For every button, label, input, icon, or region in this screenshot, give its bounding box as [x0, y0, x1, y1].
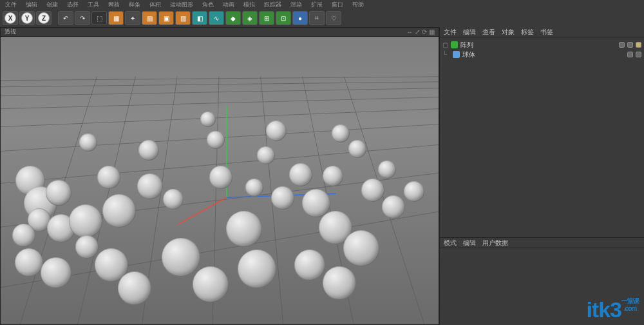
viewport-3d[interactable]	[1, 37, 439, 324]
menu-item[interactable]: 体积	[149, 1, 161, 9]
sphere-instance[interactable]	[323, 266, 356, 300]
viewport-nav-icon[interactable]: ▦	[429, 28, 435, 35]
sphere-instance[interactable]	[348, 140, 366, 158]
menu-item[interactable]: 动画	[223, 1, 234, 9]
sphere-instance[interactable]	[118, 271, 151, 305]
tree-row[interactable]: ▢阵列	[442, 40, 641, 50]
sphere-instance[interactable]	[294, 250, 325, 281]
sphere-instance[interactable]	[266, 121, 287, 141]
tag-icon[interactable]: ⌗	[309, 11, 325, 25]
sphere-instance[interactable]	[193, 266, 229, 302]
sphere-instance[interactable]	[323, 166, 343, 186]
panel-tab[interactable]: 文件	[444, 28, 457, 37]
sphere-instance[interactable]	[289, 163, 312, 186]
panel-tab[interactable]: 编辑	[463, 28, 476, 37]
panel-tab[interactable]: 对象	[502, 28, 515, 37]
redo-icon[interactable]: ↷	[75, 11, 90, 25]
z-axis-toggle[interactable]: Z	[36, 11, 52, 25]
array-icon[interactable]: ⊞	[259, 11, 274, 25]
object-manager: 文件编辑查看对象标签书签 ▢阵列└球体	[440, 27, 644, 237]
deformer-icon[interactable]: ◈	[242, 11, 258, 25]
viewport-label: 透视	[5, 28, 16, 36]
svg-line-0	[1, 77, 439, 81]
cube-icon[interactable]: ▦	[108, 11, 124, 25]
undo-icon[interactable]: ↶	[58, 11, 73, 25]
sphere-instance[interactable]	[404, 181, 424, 202]
render-icon[interactable]: ▣	[158, 11, 174, 25]
menu-item[interactable]: 工具	[88, 1, 99, 9]
sphere-instance[interactable]	[343, 230, 379, 266]
cloner-icon[interactable]: ⊡	[276, 11, 291, 25]
viewport-nav-icon[interactable]: ⟳	[422, 28, 427, 35]
sphere-instance[interactable]	[382, 195, 405, 219]
menu-item[interactable]: 网格	[108, 1, 120, 9]
menu-item[interactable]: 渲染	[290, 1, 302, 9]
menu-item[interactable]: 帮助	[352, 1, 364, 9]
sphere-instance[interactable]	[102, 194, 136, 228]
viewport-nav-icon[interactable]: ⤢	[415, 28, 420, 35]
sphere-instance[interactable]	[75, 235, 99, 259]
menu-item[interactable]: 编辑	[26, 1, 37, 9]
object-tree[interactable]: ▢阵列└球体	[440, 37, 644, 237]
y-axis-toggle[interactable]: Y	[19, 11, 35, 25]
sphere-instance[interactable]	[271, 186, 294, 210]
select-live-icon[interactable]: ⬚	[91, 11, 107, 25]
menu-item[interactable]: 文件	[5, 1, 17, 9]
tree-row[interactable]: └球体	[442, 50, 641, 59]
menu-item[interactable]: 运动图形	[170, 1, 193, 9]
sphere-instance[interactable]	[378, 161, 396, 179]
tag-icon[interactable]	[636, 42, 641, 48]
spline-icon[interactable]: ∿	[209, 11, 224, 25]
generator-icon[interactable]: ◆	[225, 11, 241, 25]
sphere-instance[interactable]	[226, 211, 262, 247]
sphere-instance[interactable]	[138, 140, 159, 161]
film-icon[interactable]: ▤	[142, 11, 157, 25]
sphere-instance[interactable]	[257, 146, 275, 164]
sphere-instance[interactable]	[97, 166, 120, 189]
panel-tab[interactable]: 用户数据	[482, 239, 508, 248]
render-settings-icon[interactable]: ▥	[175, 11, 191, 25]
menu-item[interactable]: 角色	[202, 1, 214, 9]
svg-line-1	[1, 82, 439, 87]
sphere-instance[interactable]	[207, 131, 225, 149]
sphere-instance[interactable]	[137, 173, 163, 199]
visibility-toggle[interactable]	[627, 42, 633, 48]
sphere-instance[interactable]	[245, 179, 263, 197]
sphere-instance[interactable]	[238, 250, 276, 288]
expand-icon[interactable]: ▢	[442, 41, 448, 48]
menu-item[interactable]: 窗口	[332, 1, 343, 9]
menu-item[interactable]: 模拟	[243, 1, 255, 9]
panel-tab[interactable]: 编辑	[463, 239, 476, 248]
sphere-instance[interactable]	[12, 224, 35, 247]
panel-tab[interactable]: 书签	[540, 28, 553, 37]
sphere-instance[interactable]	[162, 238, 200, 277]
viewport-nav-icon[interactable]: ↔	[406, 28, 413, 35]
sphere-instance[interactable]	[15, 248, 43, 277]
sphere-instance[interactable]	[361, 179, 384, 202]
material-icon[interactable]: ●	[292, 11, 308, 25]
menu-item[interactable]: 选择	[67, 1, 79, 9]
x-axis-toggle[interactable]: X	[3, 11, 18, 25]
object-icon	[453, 51, 460, 58]
axis-icon[interactable]: ✦	[125, 11, 140, 25]
panel-tab[interactable]: 查看	[482, 28, 495, 37]
sphere-instance[interactable]	[332, 124, 350, 143]
panel-tab[interactable]: 模式	[444, 239, 457, 248]
sphere-instance[interactable]	[46, 180, 71, 206]
primitive-icon[interactable]: ◧	[192, 11, 207, 25]
sphere-instance[interactable]	[209, 166, 232, 189]
visibility-toggle[interactable]	[627, 52, 633, 57]
menu-item[interactable]: 跟踪器	[264, 1, 281, 9]
panel-tab[interactable]: 标签	[521, 28, 534, 37]
sphere-instance[interactable]	[69, 204, 102, 238]
light-icon[interactable]: ♡	[326, 11, 341, 25]
menu-item[interactable]: 扩展	[311, 1, 323, 9]
sphere-instance[interactable]	[200, 112, 216, 127]
menu-item[interactable]: 样条	[129, 1, 140, 9]
visibility-toggle[interactable]	[619, 42, 625, 48]
menu-item[interactable]: 创建	[46, 1, 58, 9]
visibility-toggle[interactable]	[636, 52, 641, 57]
sphere-instance[interactable]	[79, 133, 97, 152]
sphere-instance[interactable]	[41, 257, 71, 288]
sphere-instance[interactable]	[163, 189, 184, 210]
